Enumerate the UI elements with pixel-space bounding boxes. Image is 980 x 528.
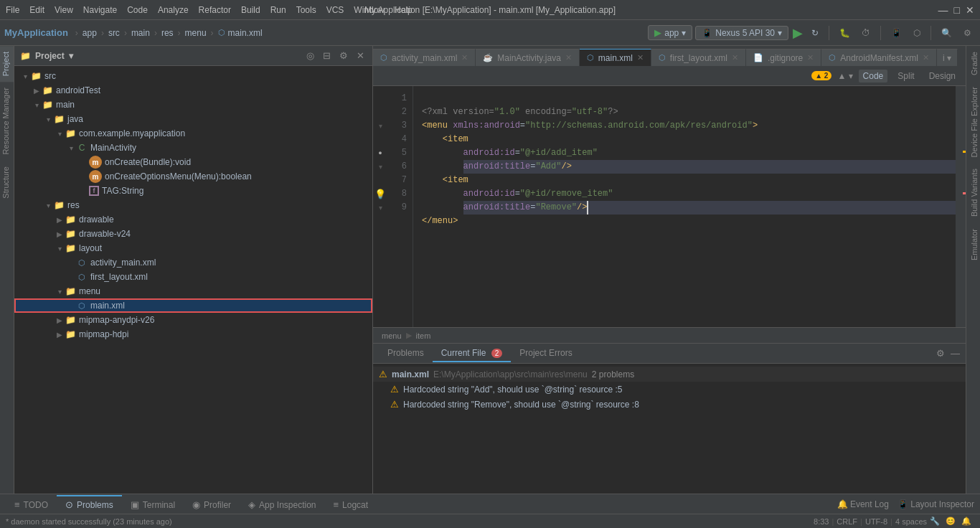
terminal-tab[interactable]: ▣ Terminal — [122, 495, 184, 513]
problems-close-button[interactable]: — — [951, 348, 960, 359]
menu-vcs[interactable]: VCS — [326, 5, 344, 15]
line-ending[interactable]: CRLF — [837, 517, 857, 526]
settings-button[interactable]: ⚙ — [959, 26, 976, 40]
tab-first-layout[interactable]: ⬡ first_layout.xml ✕ — [651, 49, 746, 66]
profiler-tab[interactable]: ◉ Profiler — [184, 495, 240, 513]
run-button[interactable]: ▶ — [791, 24, 804, 42]
warning-badge[interactable]: ▲ 2 — [811, 71, 831, 80]
panel-settings-button[interactable]: ⚙ — [337, 50, 350, 62]
tree-item-src[interactable]: ▾ 📁 src — [14, 69, 372, 83]
tree-item-java[interactable]: ▾ 📁 java — [14, 112, 372, 126]
menu-edit[interactable]: Edit — [29, 5, 44, 15]
panel-hide-button[interactable]: ✕ — [354, 50, 367, 62]
close-button[interactable]: ✕ — [966, 4, 974, 16]
menu-navigate[interactable]: Navigate — [83, 5, 117, 15]
device-file-explorer-tab[interactable]: Device File Explorer — [966, 81, 980, 163]
problems-tab-current[interactable]: Current File 2 — [433, 345, 512, 362]
tree-item-oncreate[interactable]: m onCreate(Bundle):void — [14, 155, 372, 169]
close-tab-main-xml[interactable]: ✕ — [637, 53, 644, 62]
device-button[interactable]: 📱 Nexus 5 API 30 ▾ — [695, 26, 788, 40]
collapse-all-button[interactable]: ⊟ — [321, 50, 333, 62]
problems-tab-project[interactable]: Project Errors — [511, 345, 580, 362]
avd-button[interactable]: 📱 — [887, 26, 906, 40]
close-tab-gitignore[interactable]: ✕ — [807, 53, 814, 62]
tree-item-mipmap-anydpi[interactable]: ▶ 📁 mipmap-anydpi-v26 — [14, 313, 372, 327]
breadcrumb-app[interactable]: app — [83, 28, 97, 38]
tree-item-first-layout[interactable]: ⬡ first_layout.xml — [14, 270, 372, 284]
sync-button[interactable]: ↻ — [807, 26, 823, 40]
problems-settings-button[interactable]: ⚙ — [936, 348, 945, 359]
tab-gitignore[interactable]: 📄 .gitignore ✕ — [746, 49, 821, 66]
breadcrumb-menu[interactable]: menu — [185, 28, 207, 38]
close-tab-mainactivity[interactable]: ✕ — [565, 53, 572, 62]
breadcrumb-item-part[interactable]: item — [416, 331, 431, 340]
gradle-panel-tab[interactable]: Gradle — [966, 46, 980, 81]
tree-item-androidtest[interactable]: ▶ 📁 androidTest — [14, 83, 372, 98]
cursor-position[interactable]: 8:33 — [814, 517, 829, 526]
code-content[interactable]: <?xml version="1.0" encoding="utf-8"?> <… — [413, 86, 956, 327]
tab-activity-main[interactable]: ⬡ activity_main.xml ✕ — [373, 49, 476, 66]
menu-code[interactable]: Code — [127, 5, 148, 15]
search-everywhere-button[interactable]: 🔍 — [937, 26, 956, 40]
breadcrumb-src[interactable]: src — [108, 28, 120, 38]
problems-tab-all[interactable]: Problems — [379, 345, 433, 362]
breadcrumb-res[interactable]: res — [161, 28, 174, 38]
maximize-button[interactable]: □ — [954, 4, 960, 16]
charset[interactable]: UTF-8 — [865, 517, 887, 526]
build-variants-tab[interactable]: Build Variants — [966, 163, 980, 222]
tab-main-xml[interactable]: ⬡ main.xml ✕ — [580, 49, 651, 66]
tab-androidmanifest[interactable]: ⬡ AndroidManifest.xml ✕ — [821, 49, 937, 66]
menu-build[interactable]: Build — [241, 5, 260, 15]
tree-item-tag[interactable]: f TAG:String — [14, 184, 372, 198]
panel-title-dropdown[interactable]: ▾ — [69, 51, 73, 61]
tree-item-oncreateoptions[interactable]: m onCreateOptionsMenu(Menu):boolean — [14, 169, 372, 184]
tree-item-drawable[interactable]: ▶ 📁 drawable — [14, 212, 372, 227]
structure-tab[interactable]: Structure — [0, 161, 14, 204]
menu-refactor[interactable]: Refactor — [199, 5, 231, 15]
menu-tools[interactable]: Tools — [296, 5, 316, 15]
design-view-button[interactable]: Design — [925, 70, 960, 82]
tree-item-activity-main[interactable]: ⬡ activity_main.xml — [14, 255, 372, 270]
profile-button[interactable]: ⏱ — [857, 26, 875, 40]
tree-item-main-xml[interactable]: ⬡ main.xml — [14, 298, 372, 313]
tree-item-menu-folder[interactable]: ▾ 📁 menu — [14, 284, 372, 298]
close-tab-androidmanifest[interactable]: ✕ — [923, 53, 929, 62]
tree-item-res[interactable]: ▾ 📁 res — [14, 198, 372, 212]
app-inspection-tab[interactable]: ◈ App Inspection — [240, 495, 324, 513]
run-config-button[interactable]: ▶ app ▾ — [648, 25, 692, 40]
todo-tab[interactable]: ≡ TODO — [6, 495, 57, 513]
emulator-tab[interactable]: Emulator — [966, 223, 980, 266]
close-tab-first-layout[interactable]: ✕ — [732, 53, 738, 62]
sdk-button[interactable]: ⬡ — [909, 26, 925, 40]
breadcrumb-menu-part[interactable]: menu — [382, 331, 402, 340]
menu-view[interactable]: View — [55, 5, 73, 15]
problem-item-2[interactable]: ⚠ Hardcoded string "Remove", should use … — [373, 397, 966, 412]
debug-button[interactable]: 🐛 — [835, 26, 854, 40]
code-view-button[interactable]: Code — [859, 70, 888, 82]
minimize-button[interactable]: — — [938, 4, 948, 16]
logcat-tab[interactable]: ≡ Logcat — [325, 495, 377, 513]
tree-item-main[interactable]: ▾ 📁 main — [14, 98, 372, 112]
close-tab-activity-main[interactable]: ✕ — [461, 53, 468, 62]
resource-manager-tab[interactable]: Resource Manager — [0, 82, 14, 161]
menu-run[interactable]: Run — [270, 5, 286, 15]
tab-mainactivity[interactable]: ☕ MainActivity.java ✕ — [476, 49, 579, 66]
tab-more[interactable]: i ▾ — [937, 49, 958, 66]
menu-file[interactable]: File — [6, 5, 19, 15]
breadcrumb-file[interactable]: ⬡main.xml — [218, 28, 263, 38]
problem-item-1[interactable]: ⚠ Hardcoded string "Add", should use `@s… — [373, 382, 966, 397]
tree-item-mainactivity[interactable]: ▾ C MainActivity — [14, 141, 372, 155]
event-log-button[interactable]: 🔔 Event Log — [837, 499, 889, 509]
tree-item-mipmap-hdpi[interactable]: ▶ 📁 mipmap-hdpi — [14, 327, 372, 341]
tree-item-package[interactable]: ▾ 📁 com.example.myapplication — [14, 126, 372, 141]
tree-item-drawable-v24[interactable]: ▶ 📁 drawable-v24 — [14, 227, 372, 241]
indent-setting[interactable]: 4 spaces — [895, 517, 927, 526]
tree-item-layout[interactable]: ▾ 📁 layout — [14, 241, 372, 255]
problems-bottom-tab[interactable]: ⊙ Problems — [57, 495, 122, 513]
breadcrumb-main[interactable]: main — [131, 28, 150, 38]
project-panel-tab[interactable]: Project — [0, 46, 14, 82]
layout-inspector-button[interactable]: 📱 Layout Inspector — [897, 499, 974, 509]
locate-file-button[interactable]: ◎ — [304, 50, 316, 62]
menu-analyze[interactable]: Analyze — [158, 5, 189, 15]
split-view-button[interactable]: Split — [893, 70, 918, 82]
